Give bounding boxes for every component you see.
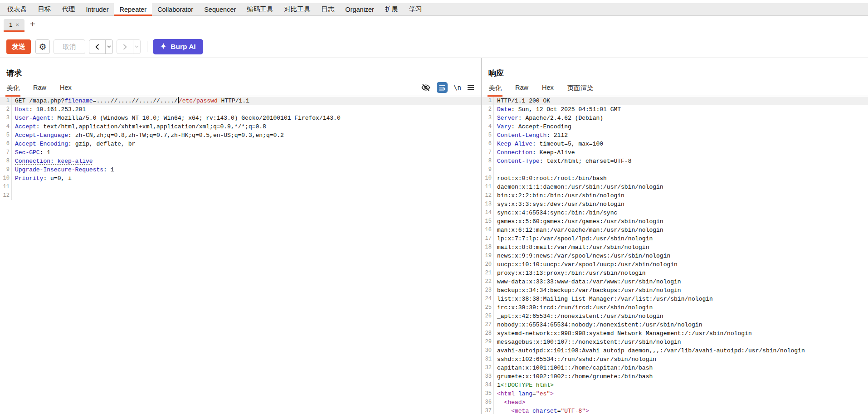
forward-button[interactable] [117, 40, 133, 54]
code-line[interactable]: 5Accept-Language: zh-CN,zh;q=0.8,zh-TW;q… [0, 131, 481, 140]
back-dropdown-button[interactable] [106, 40, 112, 54]
code-line[interactable]: 341<!DOCTYPE html> [482, 381, 868, 390]
repeater-toolbar: 发送 ⚙ 取消 ✦ Burp AI [6, 39, 203, 54]
code-line[interactable]: 37 <meta charset="UTF-8"> [482, 407, 868, 414]
code-line[interactable]: 16man:x:6:12:man:/var/cache/man:/usr/sbi… [482, 226, 868, 234]
editor-tab-Raw[interactable]: Raw [33, 84, 46, 97]
menu-item-日志[interactable]: 日志 [316, 3, 340, 15]
menu-item-代理[interactable]: 代理 [57, 3, 81, 15]
code-line[interactable]: 35<html lang="es"> [482, 390, 868, 398]
menu-item-学习[interactable]: 学习 [404, 3, 428, 15]
editor-tab-美化[interactable]: 美化 [488, 84, 502, 97]
menu-item-对比工具[interactable]: 对比工具 [278, 3, 316, 15]
burp-ai-button[interactable]: ✦ Burp AI [153, 39, 203, 54]
code-line[interactable]: 8Connection: keep-alive [0, 157, 481, 166]
code-line[interactable]: 19news:x:9:9:news:/var/spool/news:/usr/s… [482, 252, 868, 260]
line-number: 15 [482, 217, 494, 226]
code-line[interactable]: 3Server: Apache/2.4.62 (Debian) [482, 114, 868, 122]
settings-button[interactable]: ⚙ [35, 39, 50, 54]
code-line[interactable]: 22www-data:x:33:33:www-data:/var/www:/us… [482, 278, 868, 286]
code-line[interactable]: 32capitan:x:1001:1001::/home/capitan:/bi… [482, 364, 868, 372]
menu-item-仪表盘[interactable]: 仪表盘 [2, 3, 33, 15]
editor-tab-Hex[interactable]: Hex [60, 84, 72, 97]
code-line[interactable]: 23backup:x:34:34:backup:/var/backups:/us… [482, 286, 868, 295]
code-line[interactable]: 24list:x:38:38:Mailing List Manager:/var… [482, 295, 868, 303]
request-editor[interactable]: 1GET /mapa.php?filename=....//....//....… [0, 97, 481, 200]
menu-item-编码工具[interactable]: 编码工具 [241, 3, 278, 15]
line-number: 8 [482, 157, 494, 166]
code-line[interactable]: 14sync:x:4:65534:sync:/bin:/bin/sync [482, 209, 868, 217]
editor-tab-页面渲染[interactable]: 页面渲染 [567, 84, 594, 97]
menu-item-Repeater[interactable]: Repeater [114, 3, 152, 15]
code-line[interactable]: 20uucp:x:10:10:uucp:/var/spool/uucp:/usr… [482, 260, 868, 269]
code-line[interactable]: 6Keep-Alive: timeout=5, max=100 [482, 140, 868, 148]
editor-tab-美化[interactable]: 美化 [6, 84, 20, 97]
code-line[interactable]: 5Content-Length: 2112 [482, 131, 868, 140]
code-line[interactable]: 1HTTP/1.1 200 OK [482, 97, 868, 105]
code-line[interactable]: 9Upgrade-Insecure-Requests: 1 [0, 166, 481, 174]
menu-item-Intruder[interactable]: Intruder [81, 3, 114, 15]
editor-menu-button[interactable] [467, 85, 474, 90]
gear-icon: ⚙ [39, 42, 46, 52]
line-number: 28 [482, 329, 494, 338]
code-line[interactable]: 28systemd-network:x:998:998:systemd Netw… [482, 329, 868, 338]
menu-item-扩展[interactable]: 扩展 [380, 3, 404, 15]
code-line[interactable]: 4Accept: text/html,application/xhtml+xml… [0, 122, 481, 131]
show-newlines-button[interactable]: \n [454, 84, 461, 91]
response-title: 响应 [488, 68, 504, 78]
code-line[interactable]: 30avahi-autoipd:x:101:108:Avahi autoip d… [482, 346, 868, 355]
editor-tab-Raw[interactable]: Raw [515, 84, 528, 97]
editor-tab-Hex[interactable]: Hex [542, 84, 554, 97]
code-line[interactable]: 8Content-Type: text/html; charset=UTF-8 [482, 157, 868, 166]
line-number: 19 [482, 252, 494, 260]
code-line[interactable]: 33grumete:x:1002:1002::/home/grumete:/bi… [482, 372, 868, 381]
back-button[interactable] [89, 40, 106, 54]
code-line[interactable]: 36 <head> [482, 398, 868, 407]
code-line[interactable]: 7Connection: Keep-Alive [482, 148, 868, 157]
code-line[interactable]: 31sshd:x:102:65534::/run/sshd:/usr/sbin/… [482, 355, 868, 364]
menu-item-Sequencer[interactable]: Sequencer [199, 3, 241, 15]
code-line[interactable]: 6Accept-Encoding: gzip, deflate, br [0, 140, 481, 148]
code-line[interactable]: 11 [0, 183, 481, 191]
code-line[interactable]: 18mail:x:8:8:mail:/var/mail:/usr/sbin/no… [482, 243, 868, 252]
menu-item-目标[interactable]: 目标 [33, 3, 57, 15]
close-tab-icon[interactable]: × [15, 21, 19, 28]
menu-item-Collaborator[interactable]: Collaborator [152, 3, 199, 15]
forward-dropdown-button[interactable] [133, 40, 140, 54]
repeater-tab-1[interactable]: 1 × [4, 19, 24, 32]
send-button[interactable]: 发送 [6, 39, 31, 54]
response-editor[interactable]: 1HTTP/1.1 200 OK2Date: Sun, 12 Oct 2025 … [482, 97, 868, 414]
response-tabs-border [482, 96, 868, 96]
code-line[interactable]: 10Priority: u=0, i [0, 174, 481, 183]
code-line[interactable]: 29messagebus:x:100:107::/nonexistent:/us… [482, 338, 868, 346]
code-line[interactable]: 25irc:x:39:39:ircd:/run/ircd:/usr/sbin/n… [482, 303, 868, 312]
code-line[interactable]: 4Vary: Accept-Encoding [482, 122, 868, 131]
line-number: 2 [0, 105, 12, 114]
code-line[interactable]: 26_apt:x:42:65534::/nonexistent:/usr/sbi… [482, 312, 868, 321]
menu-item-Organizer[interactable]: Organizer [340, 3, 380, 15]
code-line[interactable]: 9 [482, 166, 868, 174]
add-tab-button[interactable]: + [27, 18, 38, 30]
code-line[interactable]: 10root:x:0:0:root:/root:/bin/bash [482, 174, 868, 183]
code-line[interactable]: 2Date: Sun, 12 Oct 2025 04:51:01 GMT [482, 105, 868, 114]
code-line[interactable]: 15games:x:5:60:games:/usr/games:/usr/sbi… [482, 217, 868, 226]
hide-nonprintable-button[interactable] [421, 83, 431, 92]
code-line[interactable]: 21proxy:x:13:13:proxy:/bin:/usr/sbin/nol… [482, 269, 868, 278]
code-line[interactable]: 12bin:x:2:2:bin:/bin:/usr/sbin/nologin [482, 191, 868, 200]
code-line[interactable]: 13sys:x:3:3:sys:/dev:/usr/sbin/nologin [482, 200, 868, 209]
line-number: 8 [0, 157, 12, 166]
chevron-down-icon [135, 45, 139, 48]
request-panel: 请求 美化RawHex \n [0, 58, 481, 414]
line-number: 7 [482, 148, 494, 157]
code-line[interactable]: 12 [0, 191, 481, 200]
cancel-button[interactable]: 取消 [54, 39, 85, 54]
code-line[interactable]: 11daemon:x:1:1:daemon:/usr/sbin:/usr/sbi… [482, 183, 868, 191]
code-line[interactable]: 2Host: 10.161.253.201 [0, 105, 481, 114]
code-line[interactable]: 27nobody:x:65534:65534:nobody:/nonexiste… [482, 321, 868, 329]
line-number: 24 [482, 295, 494, 303]
code-line[interactable]: 7Sec-GPC: 1 [0, 148, 481, 157]
wrap-lines-button[interactable] [437, 82, 448, 93]
code-line[interactable]: 17lp:x:7:7:lp:/var/spool/lpd:/usr/sbin/n… [482, 234, 868, 243]
code-line[interactable]: 3User-Agent: Mozilla/5.0 (Windows NT 10.… [0, 114, 481, 122]
code-line[interactable]: 1GET /mapa.php?filename=....//....//....… [0, 97, 481, 105]
